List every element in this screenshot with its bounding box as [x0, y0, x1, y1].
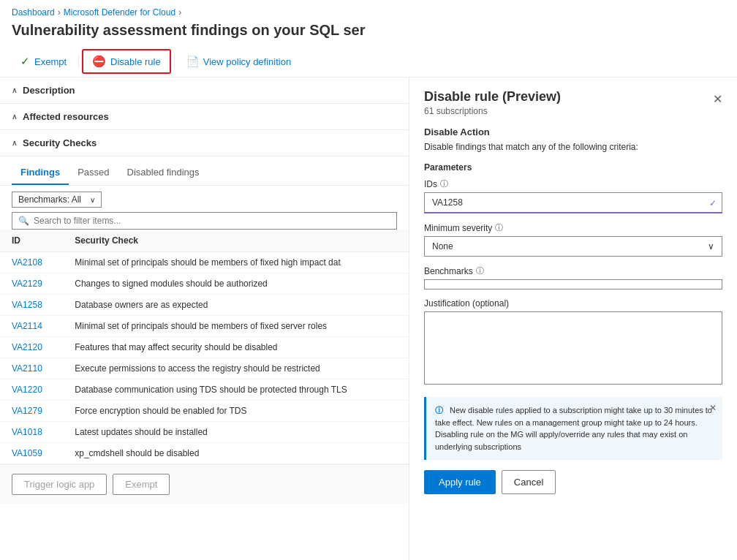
affected-resources-chevron: ∧	[12, 113, 17, 121]
ids-input[interactable]: VA1258 ✓	[424, 192, 722, 213]
table-row[interactable]: VA1018 Latest updates should be installe…	[0, 422, 409, 443]
criteria-text: Disable findings that match any of the f…	[424, 142, 722, 152]
min-severity-field-group: Minimum severity ⓘ None ∨	[424, 222, 722, 257]
filter-bar: Benchmarks: All ∨ 🔍	[0, 186, 409, 230]
row-id: VA1059	[0, 443, 63, 464]
search-box: 🔍	[12, 212, 397, 230]
breadcrumb-sep1: ›	[58, 7, 61, 18]
disable-rule-label: Disable rule	[110, 56, 161, 67]
row-id: VA2120	[0, 337, 63, 358]
search-icon: 🔍	[18, 216, 29, 226]
table-row[interactable]: VA1279 Force encryption should be enable…	[0, 401, 409, 422]
row-id: VA2110	[0, 358, 63, 379]
benchmarks-field-group: Benchmarks ⓘ	[424, 265, 722, 290]
min-severity-select[interactable]: None ∨	[424, 236, 722, 257]
info-close-button[interactable]: ✕	[709, 403, 717, 413]
justification-textarea[interactable]	[424, 311, 722, 385]
benchmarks-filter-chevron: ∨	[90, 196, 95, 204]
breadcrumb-dashboard[interactable]: Dashboard	[12, 7, 55, 18]
left-panel: ∧ Description ∧ Affected resources ∧ Sec…	[0, 77, 409, 560]
col-id: ID	[0, 230, 63, 252]
min-severity-info-icon[interactable]: ⓘ	[495, 222, 503, 233]
tab-disabled[interactable]: Disabled findings	[118, 161, 208, 185]
affected-resources-section[interactable]: ∧ Affected resources	[0, 104, 409, 130]
action-buttons: Apply rule Cancel	[424, 470, 722, 494]
tab-passed[interactable]: Passed	[69, 161, 118, 185]
disable-rule-panel: ✕ Disable rule (Preview) 61 subscription…	[409, 77, 737, 560]
table-row[interactable]: VA2114 Minimal set of principals should …	[0, 316, 409, 337]
min-severity-label: Minimum severity ⓘ	[424, 222, 722, 233]
row-id: VA2129	[0, 273, 63, 295]
row-id: VA1279	[0, 401, 63, 422]
row-check: Database owners are as expected	[63, 295, 409, 316]
benchmarks-filter[interactable]: Benchmarks: All ∨	[12, 192, 102, 208]
ids-check-icon: ✓	[709, 198, 717, 208]
justification-label: Justification (optional)	[424, 298, 722, 309]
ids-input-wrapper: VA1258 ✓	[424, 192, 722, 213]
table-row[interactable]: VA1258 Database owners are as expected	[0, 295, 409, 316]
row-check: xp_cmdshell should be disabled	[63, 443, 409, 464]
table-row[interactable]: VA2120 Features that may affect security…	[0, 337, 409, 358]
row-check: Minimal set of principals should be memb…	[63, 252, 409, 273]
view-policy-button[interactable]: 📄 View policy definition	[178, 51, 300, 72]
ids-info-icon[interactable]: ⓘ	[440, 178, 448, 189]
info-box: ✕ ⓘ New disable rules applied to a subsc…	[424, 397, 722, 460]
table-header-row: ID Security Check	[0, 230, 409, 252]
benchmarks-input[interactable]	[424, 279, 722, 290]
benchmarks-label: Benchmarks ⓘ	[424, 265, 722, 276]
security-checks-label: Security Checks	[23, 137, 97, 148]
row-id: VA1258	[0, 295, 63, 316]
disable-action-label: Disable Action	[424, 126, 722, 137]
row-check: Database communication using TDS should …	[63, 379, 409, 401]
parameters-label: Parameters	[424, 162, 722, 173]
breadcrumb-sep2: ›	[178, 7, 181, 18]
benchmarks-info-icon[interactable]: ⓘ	[476, 265, 484, 276]
panel-title: Disable rule (Preview)	[424, 89, 722, 105]
row-check: Latest updates should be installed	[63, 422, 409, 443]
view-policy-label: View policy definition	[203, 56, 291, 67]
disable-rule-button[interactable]: ⛔ Disable rule	[82, 49, 171, 74]
main-container: ∧ Description ∧ Affected resources ∧ Sec…	[0, 77, 737, 560]
view-policy-icon: 📄	[186, 56, 199, 67]
cancel-button[interactable]: Cancel	[502, 470, 556, 494]
toolbar-divider-2	[174, 54, 175, 69]
description-section[interactable]: ∧ Description	[0, 77, 409, 104]
page-title: Vulnerability assessment findings on you…	[0, 20, 737, 46]
exempt-label: Exempt	[34, 56, 67, 67]
exempt-button[interactable]: ✓ Exempt	[12, 50, 75, 72]
security-checks-content: Findings Passed Disabled findings Benchm…	[0, 161, 409, 464]
row-check: Minimal set of principals should be memb…	[63, 316, 409, 337]
row-id: VA2108	[0, 252, 63, 273]
row-id: VA2114	[0, 316, 63, 337]
table-row[interactable]: VA2108 Minimal set of principals should …	[0, 252, 409, 273]
row-id: VA1220	[0, 379, 63, 401]
search-input[interactable]	[34, 216, 390, 226]
min-severity-chevron: ∨	[708, 241, 714, 251]
description-label: Description	[23, 85, 75, 96]
table-row[interactable]: VA1059 xp_cmdshell should be disabled	[0, 443, 409, 464]
disable-rule-icon: ⛔	[92, 55, 106, 68]
bottom-exempt-button[interactable]: Exempt	[113, 474, 170, 495]
tabs: Findings Passed Disabled findings	[0, 161, 409, 186]
bottom-toolbar: Trigger logic app Exempt	[0, 464, 409, 504]
trigger-logic-app-button[interactable]: Trigger logic app	[12, 474, 107, 495]
panel-subtitle: 61 subscriptions	[424, 106, 722, 116]
table-row[interactable]: VA2110 Execute permissions to access the…	[0, 358, 409, 379]
col-security-check: Security Check	[63, 230, 409, 252]
ids-label: IDs ⓘ	[424, 178, 722, 189]
apply-rule-button[interactable]: Apply rule	[424, 470, 496, 494]
security-checks-section[interactable]: ∧ Security Checks	[0, 130, 409, 156]
justification-field-group: Justification (optional)	[424, 298, 722, 387]
table-row[interactable]: VA1220 Database communication using TDS …	[0, 379, 409, 401]
row-check: Force encryption should be enabled for T…	[63, 401, 409, 422]
breadcrumb: Dashboard › Microsoft Defender for Cloud…	[0, 0, 737, 20]
info-box-icon: ⓘ	[435, 406, 443, 415]
ids-field-group: IDs ⓘ VA1258 ✓	[424, 178, 722, 213]
affected-resources-label: Affected resources	[23, 111, 109, 122]
table-row[interactable]: VA2129 Changes to signed modules should …	[0, 273, 409, 295]
row-check: Features that may affect security should…	[63, 337, 409, 358]
row-id: VA1018	[0, 422, 63, 443]
tab-findings[interactable]: Findings	[12, 161, 69, 185]
panel-close-button[interactable]: ✕	[710, 89, 725, 109]
breadcrumb-defender[interactable]: Microsoft Defender for Cloud	[64, 7, 175, 18]
